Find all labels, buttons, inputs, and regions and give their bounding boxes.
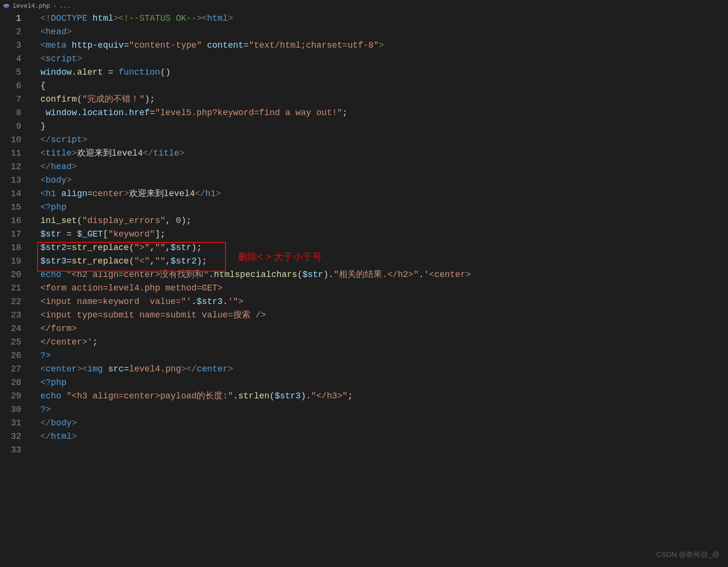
line-number: 31 bbox=[0, 416, 30, 430]
line-number: 8 bbox=[0, 106, 30, 119]
line-number: 22 bbox=[0, 295, 30, 308]
line-number: 4 bbox=[0, 52, 30, 66]
line-number: 13 bbox=[0, 173, 30, 187]
line-number: 12 bbox=[0, 160, 30, 173]
line-number: 27 bbox=[0, 362, 30, 376]
code-line[interactable]: echo "<h3 align=center>payload的长度:".strl… bbox=[40, 389, 728, 403]
php-file-icon: php bbox=[3, 2, 10, 9]
line-number-gutter: 1 2 3 4 5 6 7 8 9 10 11 12 13 14 15 16 1… bbox=[0, 12, 30, 457]
code-line[interactable]: </script> bbox=[40, 133, 728, 146]
line-number: 28 bbox=[0, 376, 30, 389]
code-line[interactable]: { bbox=[40, 79, 728, 92]
line-number: 10 bbox=[0, 133, 30, 146]
code-line[interactable]: window.alert = function() bbox=[40, 66, 728, 79]
tab-bar: php level4.php › ... bbox=[0, 0, 728, 12]
line-number: 23 bbox=[0, 308, 30, 322]
code-editor: php level4.php › ... 1 2 3 4 5 6 7 8 9 1… bbox=[0, 0, 728, 567]
code-line[interactable]: <?php bbox=[40, 376, 728, 389]
code-line[interactable]: <form action=level4.php method=GET> bbox=[40, 281, 728, 295]
code-line[interactable]: <center><img src=level4.png></center> bbox=[40, 362, 728, 376]
annotation-text: 删除< > 大于小于号 bbox=[238, 251, 322, 264]
line-number: 14 bbox=[0, 187, 30, 200]
code-line[interactable]: ?> bbox=[40, 403, 728, 416]
line-number: 18 bbox=[0, 241, 30, 254]
code-lines[interactable]: <!DOCTYPE html><!--STATUS OK--><html> <h… bbox=[40, 12, 728, 457]
code-line[interactable]: window.location.href="level5.php?keyword… bbox=[40, 106, 728, 119]
line-number: 9 bbox=[0, 119, 30, 133]
code-line[interactable]: <head> bbox=[40, 25, 728, 39]
code-area[interactable]: 1 2 3 4 5 6 7 8 9 10 11 12 13 14 15 16 1… bbox=[0, 12, 728, 457]
line-number: 29 bbox=[0, 389, 30, 403]
breadcrumb[interactable]: ... bbox=[60, 2, 71, 10]
code-line[interactable]: ini_set("display_errors", 0); bbox=[40, 214, 728, 227]
line-number: 1 bbox=[0, 12, 30, 25]
line-number: 24 bbox=[0, 322, 30, 335]
code-line[interactable]: $str3=str_replace("<","",$str2); bbox=[40, 254, 728, 268]
line-number: 11 bbox=[0, 146, 30, 160]
code-line[interactable]: $str = $_GET["keyword"]; bbox=[40, 227, 728, 241]
code-line[interactable]: </html> bbox=[40, 430, 728, 443]
code-line[interactable]: $str2=str_replace(">","",$str); bbox=[40, 241, 728, 254]
code-line[interactable]: <input type=submit name=submit value=搜索 … bbox=[40, 308, 728, 322]
tab-filename[interactable]: level4.php bbox=[13, 2, 50, 10]
line-number: 19 bbox=[0, 254, 30, 268]
line-number: 32 bbox=[0, 430, 30, 443]
code-line[interactable]: </body> bbox=[40, 416, 728, 430]
breadcrumb-sep: › bbox=[53, 2, 57, 10]
line-number: 7 bbox=[0, 92, 30, 106]
code-line[interactable]: } bbox=[40, 119, 728, 133]
code-line[interactable]: <meta http-equiv="content-type" content=… bbox=[40, 39, 728, 52]
line-number: 16 bbox=[0, 214, 30, 227]
code-line[interactable]: <?php bbox=[40, 200, 728, 214]
code-line[interactable]: <title>欢迎来到level4</title> bbox=[40, 146, 728, 160]
line-number: 25 bbox=[0, 335, 30, 349]
line-number: 30 bbox=[0, 403, 30, 416]
line-number: 3 bbox=[0, 39, 30, 52]
line-number: 17 bbox=[0, 227, 30, 241]
code-line[interactable]: <h1 align=center>欢迎来到level4</h1> bbox=[40, 187, 728, 200]
line-number: 33 bbox=[0, 443, 30, 457]
code-line[interactable]: </head> bbox=[40, 160, 728, 173]
code-line[interactable] bbox=[40, 443, 728, 457]
line-number: 2 bbox=[0, 25, 30, 39]
code-line[interactable]: <body> bbox=[40, 173, 728, 187]
line-number: 5 bbox=[0, 66, 30, 79]
svg-text:php: php bbox=[4, 4, 9, 7]
code-line[interactable]: <script> bbox=[40, 52, 728, 66]
line-number: 15 bbox=[0, 200, 30, 214]
line-number: 21 bbox=[0, 281, 30, 295]
line-number: 6 bbox=[0, 79, 30, 92]
code-line[interactable]: confirm("完成的不错！"); bbox=[40, 92, 728, 106]
watermark: CSDN @奈何@_@ bbox=[656, 550, 719, 559]
code-line[interactable]: <input name=keyword value="'.$str3.'"> bbox=[40, 295, 728, 308]
line-number: 20 bbox=[0, 268, 30, 281]
code-line[interactable]: </form> bbox=[40, 322, 728, 335]
code-line[interactable]: echo "<h2 align=center>没有找到和".htmlspecia… bbox=[40, 268, 728, 281]
code-line[interactable]: ?> bbox=[40, 349, 728, 362]
line-number: 26 bbox=[0, 349, 30, 362]
code-line[interactable]: <!DOCTYPE html><!--STATUS OK--><html> bbox=[40, 12, 728, 25]
code-line[interactable]: </center>'; bbox=[40, 335, 728, 349]
